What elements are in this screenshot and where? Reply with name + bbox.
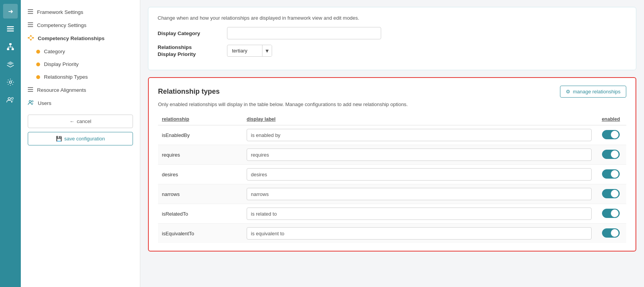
svg-rect-14 [28, 11, 33, 12]
svg-point-21 [32, 37, 34, 39]
toggle-requires[interactable] [602, 150, 620, 159]
svg-line-26 [32, 38, 32, 39]
cell-display-label [243, 204, 595, 224]
priority-value: tertiary [227, 46, 262, 56]
relationships-display-priority-row: RelationshipsDisplay Priority tertiary ▾ [158, 44, 627, 57]
cell-display-label [243, 165, 595, 184]
dot-icon [36, 50, 40, 54]
svg-point-30 [29, 101, 31, 103]
cell-relationship: isRelatedTo [158, 204, 243, 224]
manage-relationships-button[interactable]: ⚙ manage relationships [560, 86, 626, 98]
table-row: isRelatedTo [158, 204, 626, 224]
users-icon2 [28, 100, 34, 106]
svg-rect-5 [12, 48, 14, 50]
save-label: save configuration [64, 136, 105, 142]
toggle-isEnabledBy[interactable] [602, 130, 620, 139]
display-category-row: Display Category [158, 27, 627, 39]
display-label-input[interactable] [247, 227, 592, 240]
nav-bar: ➜ [0, 0, 21, 287]
cell-relationship: isEnabledBy [158, 125, 243, 145]
cancel-label: cancel [77, 118, 91, 124]
layers-icon[interactable] [3, 57, 18, 72]
main-content: Change when and how your relationships a… [140, 0, 644, 287]
list-icon3 [28, 87, 33, 93]
svg-rect-15 [28, 13, 33, 14]
svg-rect-1 [7, 29, 14, 30]
toggle-isRelatedTo[interactable] [602, 209, 620, 218]
sidebar-item-framework-settings[interactable]: Framework Settings [21, 5, 140, 19]
sidebar-item-users[interactable]: Users [21, 96, 140, 110]
display-category-input[interactable] [227, 27, 381, 39]
save-icon: 💾 [56, 136, 62, 142]
dot-icon [36, 75, 40, 79]
svg-point-22 [30, 39, 32, 41]
svg-point-12 [12, 98, 13, 100]
table-header: relationship display label enabled [158, 113, 626, 125]
cell-display-label [243, 145, 595, 165]
cell-enabled [595, 204, 626, 224]
svg-line-23 [29, 36, 30, 38]
sidebar-item-relationship-types[interactable]: Relationship Types [21, 71, 140, 83]
svg-rect-3 [9, 43, 12, 45]
sidebar-item-label: Resource Alignments [37, 87, 86, 93]
svg-rect-27 [28, 87, 33, 88]
toggle-isEquivalentTo[interactable] [602, 228, 620, 238]
svg-rect-0 [7, 26, 14, 27]
sidebar-item-label: Competency Relationships [38, 35, 104, 41]
sidebar-item-competency-settings[interactable]: Competency Settings [21, 19, 140, 32]
relationship-types-description: Only enabled relationships will display … [158, 101, 626, 107]
display-label-input[interactable] [247, 188, 592, 200]
relationship-types-table: relationship display label enabled isEna… [158, 113, 626, 243]
gear-icon: ⚙ [566, 89, 570, 95]
cell-enabled [595, 125, 626, 145]
sidebar-item-resource-alignments[interactable]: Resource Alignments [21, 83, 140, 96]
sidebar-buttons: ← cancel 💾 save configuration [21, 110, 140, 150]
home-icon[interactable]: ➜ [3, 4, 18, 19]
chevron-down-icon[interactable]: ▾ [262, 45, 272, 56]
display-label-input[interactable] [247, 208, 592, 220]
svg-line-24 [32, 36, 32, 38]
display-label-input[interactable] [247, 149, 592, 161]
svg-line-25 [29, 38, 30, 39]
svg-rect-13 [28, 9, 33, 10]
hierarchy-icon[interactable] [3, 39, 18, 54]
display-priority-card: Change when and how your relationships a… [148, 7, 636, 70]
cell-enabled [595, 224, 626, 243]
svg-rect-29 [28, 91, 33, 92]
sidebar-item-label: Category [44, 49, 65, 54]
priority-select[interactable]: tertiary ▾ [227, 45, 272, 57]
toggle-narrows[interactable] [602, 189, 620, 198]
relationship-types-title: Relationship types [158, 88, 220, 96]
table-row: narrows [158, 184, 626, 204]
display-label-input[interactable] [247, 168, 592, 181]
svg-rect-28 [28, 89, 33, 90]
list-icon2 [28, 22, 33, 28]
display-label-input[interactable] [247, 129, 592, 141]
svg-point-10 [9, 81, 12, 83]
display-priority-description: Change when and how your relationships a… [158, 15, 627, 21]
table-row: isEnabledBy [158, 125, 626, 145]
toggle-desires[interactable] [602, 169, 620, 179]
sidebar-item-label: Display Priority [44, 61, 79, 67]
sidebar-item-label: Competency Settings [37, 22, 86, 28]
svg-rect-4 [7, 48, 9, 50]
cancel-button[interactable]: ← cancel [28, 115, 133, 128]
col-display-label: display label [243, 113, 595, 125]
table-row: requires [158, 145, 626, 165]
users-icon[interactable] [3, 93, 18, 107]
save-configuration-button[interactable]: 💾 save configuration [28, 132, 133, 145]
cell-display-label [243, 125, 595, 145]
sidebar-item-category[interactable]: Category [21, 45, 140, 58]
dot-icon [36, 62, 40, 66]
sidebar: Framework Settings Competency Settings C… [21, 0, 140, 287]
svg-rect-18 [28, 26, 33, 27]
manage-label: manage relationships [573, 89, 620, 95]
sidebar-item-competency-relationships[interactable]: Competency Relationships [21, 32, 140, 45]
list-icon[interactable] [3, 22, 18, 36]
sidebar-item-display-priority[interactable]: Display Priority [21, 58, 140, 71]
svg-rect-17 [28, 24, 33, 25]
table-row: isEquivalentTo [158, 224, 626, 243]
cell-enabled [595, 145, 626, 165]
svg-point-20 [30, 35, 32, 37]
settings-icon[interactable] [3, 75, 18, 89]
